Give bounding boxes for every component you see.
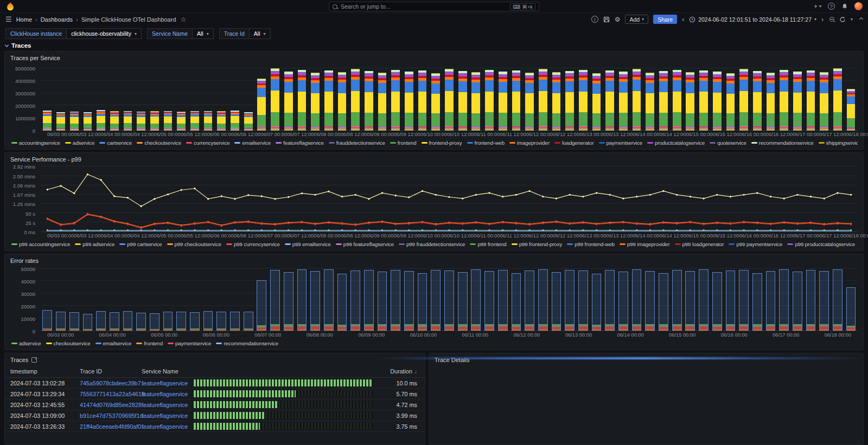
table-header-trace-id[interactable]: Trace ID [74, 365, 136, 378]
legend-item-p99-emailservice[interactable]: p99 emailservice [285, 241, 331, 247]
legend-item-frontend-web[interactable]: frontend-web [467, 140, 505, 146]
service-name-link[interactable]: featureflagservice [136, 378, 194, 389]
panel-title[interactable]: Service Performance - p99 [10, 156, 858, 163]
bar-segment-paymentservice [365, 326, 373, 330]
breadcrumb-item[interactable]: Simple ClickHouse OTel Dashboard [81, 16, 176, 23]
bar-segment-frontend [365, 113, 373, 126]
legend-item-p99-cartservice[interactable]: p99 cartservice [119, 241, 162, 247]
settings-gear-icon[interactable]: ⚙ [615, 16, 621, 23]
panel-link-icon[interactable] [31, 357, 37, 363]
bar-segment-paymentservice [471, 326, 480, 330]
new-menu-button[interactable]: +▾ [814, 3, 821, 10]
legend-item-checkoutservice[interactable]: checkoutservice [46, 340, 91, 346]
legend-item-p99-productcatalogservice[interactable]: p99 productcatalogservice [787, 241, 855, 247]
legend-swatch [167, 243, 173, 245]
table-header-timestamp[interactable]: timestamp [5, 365, 74, 378]
legend-item-p99-accountingservice[interactable]: p99 accountingservice [11, 241, 70, 247]
time-shift-forward-icon[interactable]: › [821, 16, 824, 23]
legend-item-p99-paymentservice[interactable]: p99 paymentservice [729, 241, 782, 247]
variable-value-dropdown[interactable]: All▾ [250, 28, 271, 39]
share-button[interactable]: Share [653, 15, 677, 24]
legend-item-adservice[interactable]: adservice [65, 140, 95, 146]
grafana-logo-icon[interactable] [5, 2, 15, 11]
legend-item-recommendationservice[interactable]: recommendationservice [216, 340, 278, 346]
search-input[interactable]: Search or jump to... ⌨⌘+k [329, 2, 539, 11]
table-header-duration[interactable]: Duration↓ [378, 365, 425, 378]
news-icon[interactable] [841, 3, 848, 10]
table-header-service-name[interactable]: Service Name [136, 365, 194, 378]
trace-id-link[interactable]: b91ce47d753709695f1d... [74, 410, 136, 421]
mega-menu-icon[interactable]: ☰ [5, 15, 12, 23]
bar-segment-paymentservice [137, 330, 145, 331]
legend-item-frontend-proxy[interactable]: frontend-proxy [422, 140, 462, 146]
stacked-bar [833, 67, 842, 130]
service-name-link[interactable]: featureflagservice [136, 389, 194, 399]
legend-item-p99-featureflagservice[interactable]: p99 featureflagservice [336, 241, 394, 247]
variable-value-dropdown[interactable]: All▾ [193, 28, 214, 39]
bar-segment-adservice [311, 324, 320, 326]
bar-segment-frontend [659, 330, 668, 331]
time-range-picker[interactable]: 2024-06-02 12:01:51 to 2024-06-18 11:27:… [689, 16, 816, 23]
legend-item-frauddetectionservice[interactable]: frauddetectionservice [329, 140, 385, 146]
collapse-toolbar-icon[interactable] [860, 18, 863, 21]
breadcrumb-item[interactable]: Dashboards [41, 16, 73, 23]
section-traces-toggle[interactable]: Traces [0, 41, 868, 51]
add-button[interactable]: Add▾ [625, 15, 648, 24]
service-name-link[interactable]: featureflagservice [136, 399, 194, 410]
legend-item-p99-frontend-proxy[interactable]: p99 frontend-proxy [512, 241, 563, 247]
favorite-star-icon[interactable]: ☆ [181, 16, 187, 23]
legend-item-accountingservice[interactable]: accountingservice [11, 140, 60, 146]
panel-title[interactable]: Traces per Service [10, 55, 858, 61]
legend-item-paymentservice[interactable]: paymentservice [599, 140, 642, 146]
legend-item-p99-imageprovider[interactable]: p99 imageprovider [620, 241, 670, 247]
service-name-link[interactable]: featureflagservice [136, 421, 194, 432]
user-avatar[interactable] [854, 2, 863, 10]
legend-item-frontend[interactable]: frontend [136, 340, 163, 346]
zoom-out-icon[interactable] [829, 17, 834, 22]
trace-id-link[interactable]: 75563771413a22a54618... [74, 389, 136, 399]
time-shift-back-icon[interactable]: ‹ [682, 16, 684, 23]
legend-item-paymentservice[interactable]: paymentservice [168, 340, 211, 346]
trace-id-link[interactable]: 745a59078cbdeec39b7... [74, 378, 136, 389]
legend-item-recommendationservice[interactable]: recommendationservice [751, 140, 814, 146]
legend-item-featureflagservice[interactable]: featureflagservice [276, 140, 324, 146]
legend-item-emailservice[interactable]: emailservice [234, 140, 271, 146]
insights-icon[interactable]: i [591, 16, 598, 23]
legend-item-p99-frontend-web[interactable]: p99 frontend-web [567, 241, 615, 247]
legend-item-p99-frauddetectionservice[interactable]: p99 frauddetectionservice [399, 241, 465, 247]
p99-lines-layer [41, 165, 858, 231]
refresh-interval-caret[interactable]: ▾ [851, 17, 853, 22]
panel-title[interactable]: Error rates [10, 257, 858, 264]
legend-item-adservice[interactable]: adservice [11, 340, 41, 346]
bar-segment-paymentservice [525, 326, 534, 329]
refresh-icon[interactable] [839, 16, 846, 23]
trace-id-link[interactable]: 41474d0769d85ee2828... [74, 399, 136, 410]
panel-title[interactable]: Trace Details [435, 357, 858, 363]
legend-item-productcatalogservice[interactable]: productcatalogservice [647, 140, 705, 146]
legend-swatch [554, 142, 560, 144]
bar-segment-frontend-proxy [780, 92, 788, 113]
legend-item-p99-currencyservice[interactable]: p99 currencyservice [226, 241, 280, 247]
legend-item-p99-checkoutservice[interactable]: p99 checkoutservice [167, 241, 221, 247]
legend-item-loadgenerator[interactable]: loadgenerator [554, 140, 594, 146]
variable-value-dropdown[interactable]: clickhouse-observability▾ [67, 28, 142, 39]
legend-item-emailservice[interactable]: emailservice [95, 340, 132, 346]
legend-item-p99-loadgenerator[interactable]: p99 loadgenerator [675, 241, 724, 247]
legend-item-p99-adservice[interactable]: p99 adservice [75, 241, 114, 247]
plot-area [41, 266, 858, 331]
help-icon[interactable]: ? [828, 3, 835, 10]
legend-item-p99-frontend[interactable]: p99 frontend [470, 241, 506, 247]
legend-item-quoteservice[interactable]: quoteservice [710, 140, 746, 146]
trace-id-link[interactable]: 21ff4a0ceeaeb4fd90af0... [74, 421, 136, 432]
breadcrumb-item[interactable]: Home [16, 16, 32, 23]
legend-item-shippingservice[interactable]: shippingservice [819, 140, 858, 146]
legend-item-currencyservice[interactable]: currencyservice [186, 140, 229, 146]
service-name-link[interactable]: featureflagservice [136, 410, 194, 421]
legend-item-checkoutservice[interactable]: checkoutservice [137, 140, 181, 146]
legend-item-imageprovider[interactable]: imageprovider [509, 140, 550, 146]
bar-slot [643, 266, 657, 331]
legend-item-frontend[interactable]: frontend [390, 140, 417, 146]
panel-title[interactable]: Traces [5, 357, 425, 363]
save-dashboard-icon[interactable] [603, 16, 610, 23]
legend-item-cartservice[interactable]: cartservice [99, 140, 132, 146]
